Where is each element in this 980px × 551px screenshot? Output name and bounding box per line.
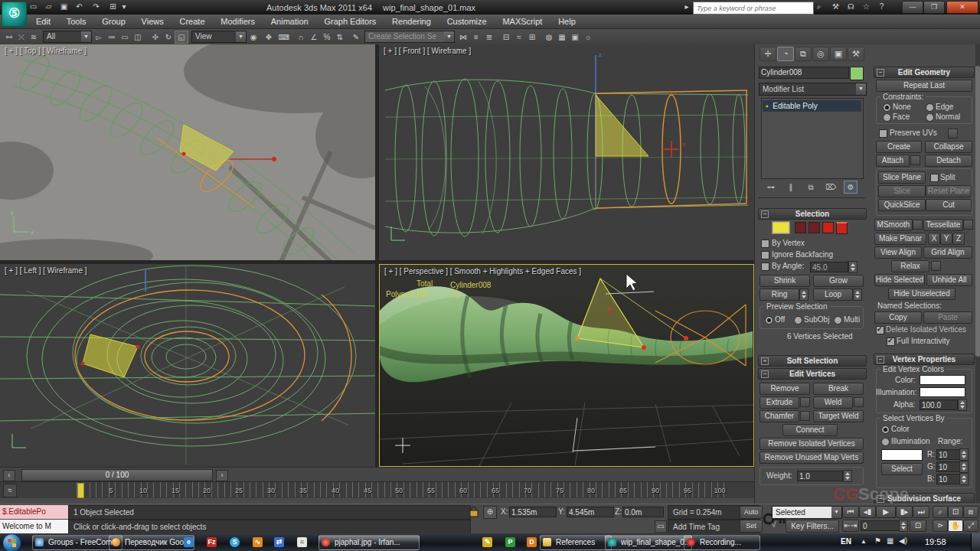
make-unique-icon[interactable]: ⧉ bbox=[804, 181, 818, 194]
zoom-extents-all-icon[interactable]: ⧈ bbox=[963, 506, 978, 518]
grid-align-button[interactable]: Grid Align bbox=[923, 246, 972, 259]
menu-modifiers[interactable]: Modifiers bbox=[214, 15, 262, 26]
by-angle-field[interactable] bbox=[810, 262, 848, 272]
new-scene-icon[interactable]: ▭ bbox=[28, 2, 39, 12]
material-editor-icon[interactable]: ◍ bbox=[542, 31, 556, 44]
vertex-properties-rollout-header[interactable]: − Vertex Properties bbox=[874, 354, 975, 365]
constraint-face-radio[interactable] bbox=[883, 113, 891, 122]
tessellate-button[interactable]: Tessellate bbox=[923, 219, 963, 231]
go-to-end-button[interactable]: ⏭ bbox=[913, 506, 929, 518]
spinner-snap-icon[interactable]: ⇅ bbox=[333, 31, 347, 44]
ring-spinner[interactable] bbox=[799, 289, 808, 301]
msmooth-settings-icon[interactable] bbox=[913, 220, 923, 230]
shrink-button[interactable]: Shrink bbox=[760, 275, 810, 287]
range-g-spinner[interactable] bbox=[959, 461, 969, 473]
maxscript-macro-recorder[interactable]: $.EditablePo bbox=[0, 505, 68, 519]
menu-views[interactable]: Views bbox=[135, 15, 171, 26]
absolute-offset-toggle-icon[interactable]: ⊕ bbox=[483, 506, 497, 519]
slice-button[interactable]: Slice bbox=[878, 185, 926, 197]
start-button[interactable] bbox=[2, 533, 21, 551]
favorites-star-icon[interactable]: ☆ bbox=[861, 2, 872, 12]
perspective-viewport[interactable]: Total Cylinder008 Polys: 2,160 0 [ + ] [… bbox=[379, 264, 754, 467]
detach-button[interactable]: Detach bbox=[925, 155, 972, 167]
extrude-button[interactable]: Extrude bbox=[760, 396, 799, 409]
maximize-button[interactable]: ❐ bbox=[923, 1, 945, 14]
front-viewport[interactable]: x z [ + ] [ Front ] [ Wireframe ] bbox=[379, 44, 754, 260]
render-production-icon[interactable]: ☼ bbox=[581, 31, 595, 44]
extrude-settings-icon[interactable] bbox=[800, 397, 810, 407]
undo-icon[interactable]: ↶ bbox=[74, 2, 85, 12]
make-planar-x-button[interactable]: X bbox=[928, 233, 940, 245]
current-frame-field[interactable] bbox=[861, 520, 902, 531]
quickslice-button[interactable]: QuickSlice bbox=[878, 199, 926, 211]
attach-button[interactable]: Attach bbox=[876, 155, 910, 167]
perspective-viewport-label[interactable]: [ + ] [ Perspective ] [ Smooth + Highlig… bbox=[384, 267, 581, 276]
selection-filter-arrow-icon[interactable]: ▼ bbox=[81, 31, 91, 42]
select-and-move-icon[interactable]: ✢ bbox=[149, 31, 162, 44]
modify-tab-icon[interactable]: ◔ bbox=[777, 47, 794, 61]
vertex-subobject-icon[interactable] bbox=[773, 222, 789, 233]
edge-subobject-icon[interactable] bbox=[795, 222, 806, 233]
previous-frame-button[interactable]: ◂▮ bbox=[859, 506, 876, 518]
rectangular-selection-region-icon[interactable]: ▭ bbox=[118, 31, 132, 44]
preview-multi-radio[interactable] bbox=[834, 316, 842, 324]
left-viewport-label[interactable]: [ + ] [ Left ] [ Wireframe ] bbox=[5, 266, 87, 275]
language-indicator[interactable]: EN bbox=[841, 537, 851, 546]
redo-icon[interactable]: ↷ bbox=[90, 2, 102, 12]
time-slider-handle[interactable]: 0 / 100 bbox=[21, 469, 213, 481]
pin-stack-icon[interactable]: ⊶ bbox=[764, 181, 778, 194]
taskbar-item-3dsmax[interactable]: wip_final_shape_0... bbox=[605, 535, 692, 550]
play-button[interactable]: ▶ bbox=[876, 506, 896, 518]
clock[interactable]: 19:58 bbox=[925, 537, 946, 546]
menu-help[interactable]: Help bbox=[551, 15, 583, 26]
by-vertex-checkbox[interactable] bbox=[761, 240, 769, 248]
orange-d-icon[interactable]: D bbox=[527, 537, 537, 547]
remove-isolated-vertices-button[interactable]: Remove Isolated Vertices bbox=[760, 438, 864, 450]
chamfer-settings-icon[interactable] bbox=[800, 411, 810, 421]
weight-spinner[interactable] bbox=[843, 470, 852, 482]
unhide-all-button[interactable]: Unhide All bbox=[926, 274, 972, 286]
z-coord-field[interactable] bbox=[622, 507, 664, 517]
window-crossing-icon[interactable]: ◫ bbox=[131, 31, 145, 44]
modifier-list-arrow-icon[interactable]: ▼ bbox=[856, 83, 866, 95]
menu-tools[interactable]: Tools bbox=[60, 15, 93, 26]
selection-lock-icon[interactable] bbox=[468, 506, 480, 517]
view-align-button[interactable]: View Align bbox=[874, 246, 922, 259]
select-and-scale-icon[interactable]: ◱ bbox=[175, 31, 188, 44]
by-angle-spinner[interactable] bbox=[848, 261, 858, 273]
attach-settings-icon[interactable] bbox=[910, 155, 920, 165]
by-angle-checkbox[interactable] bbox=[761, 262, 769, 271]
open-file-icon[interactable]: ▱ bbox=[43, 2, 54, 12]
named-selection-set-dropdown[interactable]: Create Selection Se ▼ bbox=[364, 31, 455, 43]
next-frame-button[interactable]: ▮▸ bbox=[896, 506, 913, 518]
illumination-swatch[interactable] bbox=[920, 387, 965, 397]
collapse-button[interactable]: Collapse bbox=[925, 141, 972, 153]
make-planar-z-button[interactable]: Z bbox=[952, 233, 965, 245]
front-viewport-label[interactable]: [ + ] [ Front ] [ Wireframe ] bbox=[384, 47, 471, 55]
edit-vertices-rollout-header[interactable]: − Edit Vertices bbox=[758, 368, 867, 380]
y-coord-field[interactable] bbox=[567, 507, 614, 517]
constraint-edge-radio[interactable] bbox=[926, 103, 934, 112]
key-mode-toggle-icon[interactable]: ⇤⇥ bbox=[842, 520, 859, 532]
weight-field[interactable] bbox=[797, 471, 843, 481]
motion-tab-icon[interactable]: ◎ bbox=[812, 47, 829, 61]
range-r-field[interactable] bbox=[936, 449, 961, 460]
hide-selected-button[interactable]: Hide Selected bbox=[874, 274, 925, 286]
save-file-icon[interactable]: ▣ bbox=[58, 2, 70, 12]
menu-graph-editors[interactable]: Graph Editors bbox=[317, 15, 383, 26]
remove-button[interactable]: Remove bbox=[760, 383, 810, 395]
alpha-field[interactable] bbox=[920, 399, 958, 410]
object-color-swatch[interactable] bbox=[850, 67, 864, 80]
pan-hand-icon[interactable]: ✋ bbox=[948, 520, 963, 532]
show-desktop-button[interactable] bbox=[971, 533, 980, 551]
grow-button[interactable]: Grow bbox=[813, 275, 864, 287]
select-object-icon[interactable]: ▻ bbox=[92, 31, 106, 44]
constraint-normal-radio[interactable] bbox=[926, 113, 934, 122]
range-g-field[interactable] bbox=[936, 461, 961, 472]
menu-group[interactable]: Group bbox=[95, 15, 132, 26]
repeat-last-button[interactable]: Repeat Last bbox=[876, 80, 972, 92]
split-checkbox[interactable] bbox=[930, 174, 939, 182]
curve-editor-icon[interactable]: ≈ bbox=[512, 31, 526, 44]
time-slider-right-arrow[interactable]: › bbox=[216, 470, 228, 481]
display-tab-icon[interactable]: ▣ bbox=[830, 47, 847, 61]
